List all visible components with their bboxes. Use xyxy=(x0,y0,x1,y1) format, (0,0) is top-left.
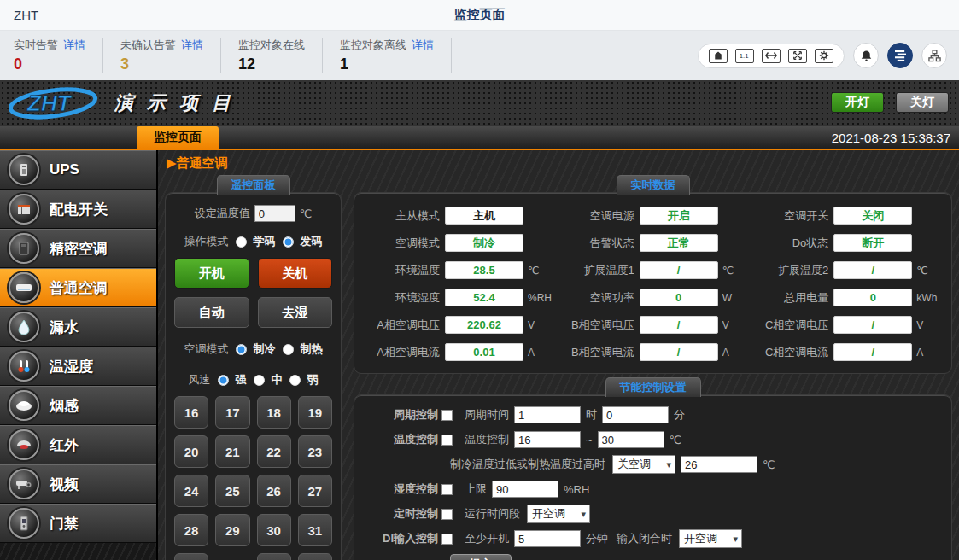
rt-value: / xyxy=(833,316,912,334)
rt-value: 0 xyxy=(833,289,912,306)
temp-key[interactable]: 27 xyxy=(298,475,332,507)
radio-learn-code[interactable] xyxy=(236,236,247,248)
stat-detail-link[interactable]: 详情 xyxy=(181,38,203,51)
submit-button[interactable]: 提交 xyxy=(450,554,512,560)
rt-field: 扩展温度2/℃ xyxy=(750,261,944,279)
sidebar-item-normal-ac[interactable]: 普通空调 xyxy=(0,268,156,307)
temp-key[interactable]: 30 xyxy=(257,514,291,546)
temp-key[interactable]: 17 xyxy=(215,396,249,429)
rt-value: / xyxy=(833,343,912,361)
temp-action-value-input[interactable] xyxy=(681,456,757,473)
sidebar-item-ups[interactable]: UPS xyxy=(0,150,156,190)
rt-value: 开启 xyxy=(640,207,718,225)
sidebar-item-temp-humidity[interactable]: 温湿度 xyxy=(0,347,156,386)
temp-key[interactable]: 25 xyxy=(215,475,249,507)
radio-fan-mid[interactable] xyxy=(254,375,265,386)
temp-key[interactable]: 18 xyxy=(257,396,291,429)
auto-button[interactable]: 自动 xyxy=(174,297,249,328)
temperature-keypad: 16 17 18 19 20 21 22 23 24 25 26 27 28 2… xyxy=(174,396,332,560)
fit-width-icon[interactable] xyxy=(762,49,781,63)
rt-label: B相空调电流 xyxy=(556,345,634,360)
temp-key[interactable]: 19 xyxy=(298,396,332,429)
temp-key[interactable]: 20 xyxy=(174,435,208,468)
celsius-unit: ℃ xyxy=(670,434,682,446)
set-temp-unit: ℃ xyxy=(300,207,313,220)
di-control-checkbox[interactable] xyxy=(441,534,453,545)
tab-monitor-page[interactable]: 监控页面 xyxy=(137,126,219,149)
temp-key[interactable]: 24 xyxy=(174,475,208,507)
timer-action-select[interactable]: 开空调 xyxy=(527,505,590,523)
radio-cooling[interactable] xyxy=(236,344,247,355)
humidity-limit-input[interactable] xyxy=(492,481,558,498)
temp-plus-key[interactable]: + xyxy=(257,553,291,560)
temp-action-select[interactable]: 关空调 xyxy=(612,455,675,474)
sidebar-item-precision-ac[interactable]: 精密空调 xyxy=(0,229,156,268)
temp-min-input[interactable] xyxy=(514,431,581,448)
cycle-minutes-input[interactable] xyxy=(602,406,669,423)
rt-label: 扩展温度2 xyxy=(750,263,828,278)
temp-key[interactable]: 23 xyxy=(298,435,332,468)
radio-label: 制冷 xyxy=(254,341,276,357)
sidebar-item-video[interactable]: 视频 xyxy=(0,464,156,504)
rt-value: 正常 xyxy=(640,234,718,252)
rt-label: 告警状态 xyxy=(556,236,634,251)
ac-mode-label: 空调模式 xyxy=(184,341,229,357)
rt-field: A相空调电流0.01A xyxy=(361,343,556,361)
timer-control-checkbox[interactable] xyxy=(441,509,453,520)
celsius-unit: ℃ xyxy=(763,458,775,471)
stat-value: 12 xyxy=(238,55,305,73)
cycle-control-checkbox[interactable] xyxy=(441,410,453,421)
energy-panel-tab: 节能控制设置 xyxy=(605,377,701,397)
temp-key[interactable]: 22 xyxy=(257,435,291,468)
light-off-button[interactable]: 关灯 xyxy=(896,92,949,113)
rt-unit: ℃ xyxy=(528,265,553,277)
sidebar-item-label: 门禁 xyxy=(50,514,79,534)
temp-key[interactable]: 21 xyxy=(215,435,249,468)
di-action-select[interactable]: 开空调 xyxy=(679,529,742,548)
temp-max-input[interactable] xyxy=(598,431,664,448)
sidebar-item-water-leak[interactable]: 漏水 xyxy=(0,307,156,347)
cycle-hours-input[interactable] xyxy=(514,406,581,423)
dehumidify-button[interactable]: 去湿 xyxy=(258,297,333,328)
home-icon[interactable] xyxy=(709,49,728,63)
rt-label: 扩展温度1 xyxy=(556,263,634,278)
bell-icon[interactable] xyxy=(853,43,879,68)
list-menu-icon[interactable] xyxy=(887,43,913,68)
sitemap-icon[interactable] xyxy=(921,43,947,68)
sidebar-item-door-access[interactable]: 门禁 xyxy=(0,504,156,543)
temp-key[interactable]: 16 xyxy=(174,396,208,429)
temp-key[interactable]: 29 xyxy=(215,514,249,546)
radio-fan-low[interactable] xyxy=(289,375,301,386)
rt-unit: ℃ xyxy=(916,265,942,277)
radio-fan-high[interactable] xyxy=(218,375,229,386)
light-on-button[interactable]: 开灯 xyxy=(831,92,884,113)
temp-control-checkbox[interactable] xyxy=(441,435,453,446)
power-off-button[interactable]: 关机 xyxy=(258,258,333,289)
temp-minus-key[interactable]: - xyxy=(298,553,332,560)
humidity-control-checkbox[interactable] xyxy=(441,484,453,495)
temp-key[interactable]: 31 xyxy=(298,514,332,546)
radio-send-code[interactable] xyxy=(283,236,294,248)
power-on-button[interactable]: 开机 xyxy=(174,258,249,289)
stat-detail-link[interactable]: 详情 xyxy=(412,38,434,51)
sidebar-item-smoke[interactable]: 烟感 xyxy=(0,386,156,425)
sidebar-item-infrared[interactable]: 红外 xyxy=(0,425,156,464)
min-on-input[interactable] xyxy=(514,530,581,547)
rt-value: 制冷 xyxy=(445,234,523,252)
stats-bar: 实时告警详情 0 未确认告警详情 3 监控对象在线 12 监控对象离线详情 1 … xyxy=(0,31,959,80)
rt-label: C相空调电压 xyxy=(750,318,828,333)
set-temp-input[interactable] xyxy=(254,205,295,222)
gear-icon[interactable] xyxy=(815,49,833,63)
rt-label: 环境温度 xyxy=(361,263,440,278)
one-to-one-icon[interactable]: 1:1 xyxy=(735,49,754,63)
temp-key[interactable]: 32 xyxy=(174,553,208,560)
radio-heating[interactable] xyxy=(283,344,294,355)
temp-key[interactable]: 28 xyxy=(174,514,208,546)
hours-unit: 时 xyxy=(586,407,597,423)
temp-key[interactable]: 26 xyxy=(257,475,291,507)
sidebar-item-power-switch[interactable]: 配电开关 xyxy=(0,190,156,229)
rt-field: A相空调电压220.62V xyxy=(361,316,556,334)
rt-label: 空调模式 xyxy=(361,236,440,251)
fullscreen-icon[interactable] xyxy=(788,49,807,63)
stat-detail-link[interactable]: 详情 xyxy=(63,38,85,51)
